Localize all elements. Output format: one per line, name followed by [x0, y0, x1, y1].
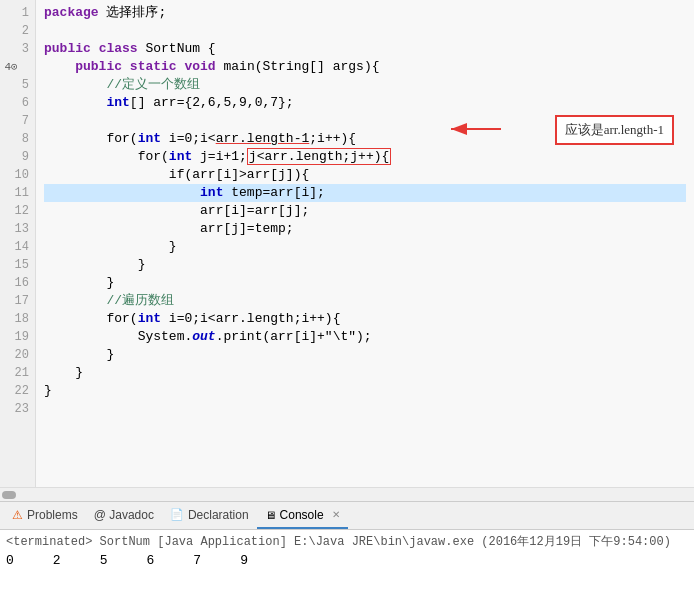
ln-18: 18	[4, 310, 29, 328]
code-line-15: }	[44, 256, 686, 274]
tab-javadoc[interactable]: @ Javadoc	[86, 502, 162, 529]
ln-14: 14	[4, 238, 29, 256]
output-2: 2	[53, 553, 61, 568]
ln-22: 22	[4, 382, 29, 400]
code-line-22: }	[44, 382, 686, 400]
javadoc-label: @ Javadoc	[94, 508, 154, 522]
output-0: 0	[6, 553, 14, 568]
tab-declaration[interactable]: 📄 Declaration	[162, 502, 257, 529]
ln-1: 1	[4, 4, 29, 22]
annotation-box: 应该是arr.length-1	[555, 115, 674, 145]
code-container: 1 2 3 4⊙ 5 6 7 8 9 10 11 12 13 14 15 16 …	[0, 0, 694, 487]
code-line-10: if(arr[i]>arr[j]){	[44, 166, 686, 184]
ln-16: 16	[4, 274, 29, 292]
code-line-5: //定义一个数组	[44, 76, 686, 94]
line-numbers: 1 2 3 4⊙ 5 6 7 8 9 10 11 12 13 14 15 16 …	[0, 0, 36, 487]
code-line-6: int[] arr={2,6,5,9,0,7};	[44, 94, 686, 112]
ln-2: 2	[4, 22, 29, 40]
code-line-18: for(int i=0;i<arr.length;i++){	[44, 310, 686, 328]
ln-10: 10	[4, 166, 29, 184]
code-line-20: }	[44, 346, 686, 364]
code-line-16: }	[44, 274, 686, 292]
console-header: <terminated> SortNum [Java Application] …	[6, 532, 688, 551]
code-line-1: package 选择排序;	[44, 4, 686, 22]
ln-4: 4⊙	[4, 58, 29, 76]
code-line-12: arr[i]=arr[j];	[44, 202, 686, 220]
console-close-icon[interactable]: ✕	[332, 509, 340, 520]
declaration-label: Declaration	[188, 508, 249, 522]
ln-6: 6	[4, 94, 29, 112]
ln-21: 21	[4, 364, 29, 382]
code-line-17: //遍历数组	[44, 292, 686, 310]
console-icon: 🖥	[265, 509, 276, 521]
code-line-2	[44, 22, 686, 40]
code-line-11: int temp=arr[i];	[44, 184, 686, 202]
output-7: 7	[193, 553, 201, 568]
output-6: 6	[146, 553, 154, 568]
ln-5: 5	[4, 76, 29, 94]
code-line-14: }	[44, 238, 686, 256]
editor-area: 1 2 3 4⊙ 5 6 7 8 9 10 11 12 13 14 15 16 …	[0, 0, 694, 501]
tab-problems[interactable]: ⚠ Problems	[4, 502, 86, 529]
output-5: 5	[100, 553, 108, 568]
horizontal-scrollbar[interactable]	[0, 487, 694, 501]
console-label: Console	[280, 508, 324, 522]
problems-icon: ⚠	[12, 508, 23, 522]
ln-7: 7	[4, 112, 29, 130]
code-line-4: public static void main(String[] args){	[44, 58, 686, 76]
ln-17: 17	[4, 292, 29, 310]
output-9: 9	[240, 553, 248, 568]
ln-3: 3	[4, 40, 29, 58]
ln-13: 13	[4, 220, 29, 238]
code-line-19: System.out.print(arr[i]+"\t");	[44, 328, 686, 346]
ln-20: 20	[4, 346, 29, 364]
code-line-23	[44, 400, 686, 418]
tabs-bar: ⚠ Problems @ Javadoc 📄 Declaration 🖥 Con…	[0, 501, 694, 529]
tab-console[interactable]: 🖥 Console ✕	[257, 502, 348, 529]
ln-15: 15	[4, 256, 29, 274]
problems-label: Problems	[27, 508, 78, 522]
code-line-13: arr[j]=temp;	[44, 220, 686, 238]
code-line-3: public class SortNum {	[44, 40, 686, 58]
ln-19: 19	[4, 328, 29, 346]
console-output: 0 2 5 6 7 9	[6, 551, 688, 570]
ln-8: 8	[4, 130, 29, 148]
console-area: <terminated> SortNum [Java Application] …	[0, 529, 694, 599]
ln-12: 12	[4, 202, 29, 220]
ln-9: 9	[4, 148, 29, 166]
code-line-9: for(int j=i+1;j<arr.length;j++){	[44, 148, 686, 166]
code-line-21: }	[44, 364, 686, 382]
code-content[interactable]: 应该是arr.length-1 package 选择排序; public cla…	[36, 0, 694, 487]
ln-11: 11	[4, 184, 29, 202]
declaration-icon: 📄	[170, 508, 184, 521]
ln-23: 23	[4, 400, 29, 418]
annotation-arrow	[446, 119, 506, 139]
